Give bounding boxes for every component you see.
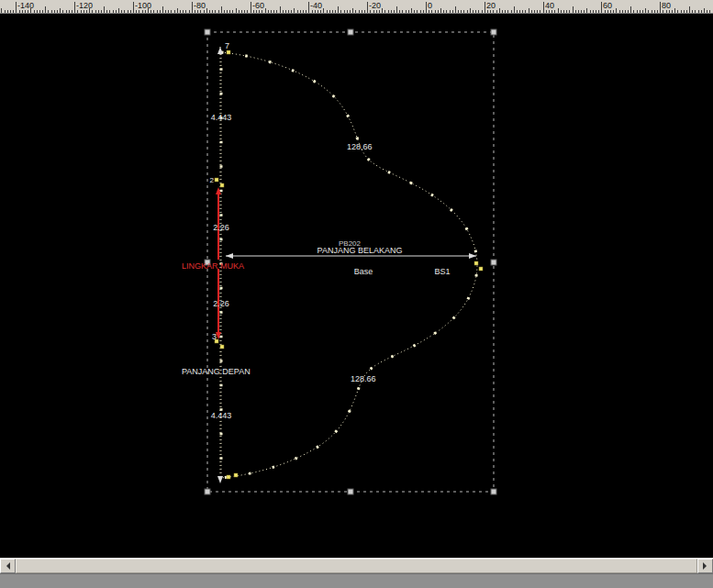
ruler-tick xyxy=(45,6,46,13)
selection-handle[interactable] xyxy=(491,29,496,35)
ruler-tick xyxy=(707,10,707,13)
ruler-tick xyxy=(382,8,383,13)
ruler-tick xyxy=(109,10,110,13)
ruler-tick xyxy=(212,10,213,13)
point-marker[interactable] xyxy=(227,475,230,479)
ruler-tick xyxy=(534,10,535,13)
ruler-tick xyxy=(458,10,459,13)
ruler-tick xyxy=(633,10,634,13)
ruler-tick xyxy=(174,10,175,13)
ruler-tick xyxy=(236,8,237,13)
ruler-tick-label: 40 xyxy=(545,1,554,11)
ruler-tick xyxy=(133,2,134,13)
ruler-tick xyxy=(423,10,424,13)
ruler-tick xyxy=(95,10,96,13)
ruler-tick xyxy=(128,10,128,13)
ruler-tick xyxy=(209,10,210,13)
ruler-tick xyxy=(684,10,685,13)
ruler-tick xyxy=(288,10,289,13)
ruler-tick xyxy=(180,10,181,13)
ruler-tick xyxy=(16,2,17,13)
ruler-tick xyxy=(709,10,710,13)
selection-handle[interactable] xyxy=(491,260,496,265)
ruler-tick xyxy=(406,10,407,13)
ruler-tick xyxy=(525,10,526,13)
ruler-tick xyxy=(625,10,626,13)
point-marker[interactable] xyxy=(479,267,483,271)
selection-handle[interactable] xyxy=(348,29,353,35)
ruler-tick xyxy=(57,10,58,13)
selection-handle[interactable] xyxy=(205,489,210,494)
point-marker[interactable] xyxy=(215,178,218,182)
ruler-tick xyxy=(438,10,439,13)
ruler-tick xyxy=(185,10,186,13)
ruler-tick xyxy=(590,10,591,13)
ruler-tick xyxy=(426,2,427,13)
ruler-tick xyxy=(98,10,99,13)
selection-handle[interactable] xyxy=(491,489,496,494)
ruler-tick xyxy=(10,10,11,13)
ruler-tick xyxy=(630,6,631,13)
ruler-tick-label: -20 xyxy=(369,1,381,11)
ruler-tick xyxy=(420,10,421,13)
point-marker[interactable] xyxy=(234,473,238,477)
ruler-tick xyxy=(584,10,585,13)
ruler-tick xyxy=(674,8,675,13)
ruler-tick xyxy=(496,10,497,13)
selection-handle[interactable] xyxy=(205,29,210,35)
ruler-tick xyxy=(558,8,559,13)
ruler-tick xyxy=(657,10,658,13)
pattern-label: PANJANG BELAKANG xyxy=(318,246,403,255)
dimension-arrowhead xyxy=(217,476,223,483)
ruler-tick xyxy=(455,6,456,13)
ruler-tick xyxy=(473,10,473,13)
ruler-tick xyxy=(66,10,67,13)
point-marker[interactable] xyxy=(220,345,224,349)
point-marker[interactable] xyxy=(220,183,224,187)
ruler-tick xyxy=(502,10,503,13)
ruler-tick xyxy=(461,10,462,13)
ruler-tick xyxy=(563,10,564,13)
ruler-tick xyxy=(241,10,242,13)
ruler-tick xyxy=(522,10,523,13)
selection-rectangle[interactable] xyxy=(207,32,494,492)
pattern-outline-points[interactable] xyxy=(221,52,477,478)
ruler-tick xyxy=(543,2,544,13)
ruler-tick xyxy=(402,10,403,13)
ruler-tick xyxy=(229,10,230,13)
ruler-tick xyxy=(227,10,228,13)
scrollbar-track[interactable] xyxy=(16,559,697,573)
ruler-tick xyxy=(335,10,336,13)
pattern-label: 4.443 xyxy=(211,113,232,122)
horizontal-scrollbar[interactable] xyxy=(0,558,713,573)
ruler-tick xyxy=(106,10,107,13)
ruler-tick xyxy=(247,10,248,13)
ruler-tick xyxy=(355,10,356,13)
ruler-tick xyxy=(74,2,75,13)
ruler-tick xyxy=(391,10,392,13)
ruler-tick xyxy=(303,10,304,13)
ruler-tick xyxy=(470,8,471,13)
ruler-tick xyxy=(5,10,6,13)
scroll-left-button[interactable] xyxy=(0,559,16,573)
ruler-tick xyxy=(482,10,483,13)
ruler-tick xyxy=(364,10,365,13)
ruler-tick xyxy=(698,10,699,13)
ruler-tick xyxy=(446,10,447,13)
ruler-tick xyxy=(593,10,594,13)
selection-handle[interactable] xyxy=(348,489,353,494)
ruler-tick xyxy=(575,10,576,13)
point-marker[interactable] xyxy=(474,261,478,265)
pattern-label: 4.443 xyxy=(211,411,232,420)
ruler-tick xyxy=(394,10,395,13)
point-marker[interactable] xyxy=(227,50,230,54)
ruler-tick xyxy=(306,10,306,13)
drawing-canvas[interactable]: 74.44322.26128.66PB202PANJANG BELAKANGBa… xyxy=(0,14,713,558)
ruler-tick xyxy=(271,10,272,13)
ruler-tick xyxy=(42,10,43,13)
ruler-tick xyxy=(396,6,397,13)
ruler-tick xyxy=(417,10,418,13)
ruler-tick xyxy=(340,10,341,13)
ruler-tick xyxy=(485,2,485,13)
scroll-right-button[interactable] xyxy=(697,559,713,573)
